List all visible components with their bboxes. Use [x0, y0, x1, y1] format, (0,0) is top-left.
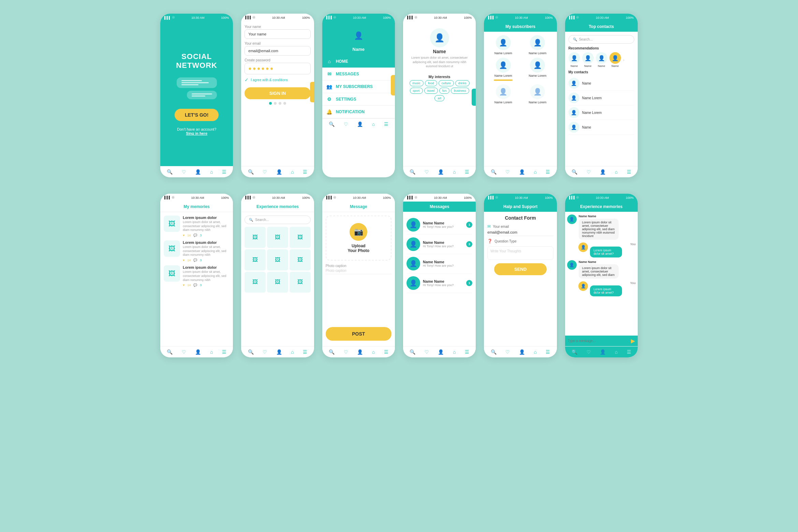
- nav-menu-2[interactable]: ☰: [303, 169, 307, 175]
- nav-home-1[interactable]: ⌂: [210, 169, 213, 175]
- nav-menu-3[interactable]: ☰: [384, 121, 388, 127]
- nav-home-2[interactable]: ⌂: [291, 169, 294, 175]
- nav-home-7[interactable]: ⌂: [210, 349, 213, 355]
- nav-menu-11[interactable]: ☰: [546, 349, 550, 355]
- thoughts-area[interactable]: Write Your Thoughts: [487, 246, 553, 260]
- phone5-header: My subscribers: [484, 21, 557, 32]
- chat-send-icon[interactable]: ▶: [631, 338, 635, 344]
- tag-travel[interactable]: travel: [424, 88, 438, 94]
- send-button[interactable]: SEND: [494, 263, 547, 275]
- nav-heart-5[interactable]: ♡: [505, 169, 510, 175]
- nav-heart-4[interactable]: ♡: [425, 169, 429, 175]
- nav-home-5[interactable]: ⌂: [534, 169, 536, 175]
- nav-search-10[interactable]: 🔍: [410, 349, 415, 355]
- chat-input[interactable]: [568, 339, 629, 343]
- nav-menu-5[interactable]: ☰: [546, 169, 550, 175]
- nav-profile-10[interactable]: 👤: [438, 349, 444, 355]
- nav-search-2[interactable]: 🔍: [248, 169, 254, 175]
- nav-profile-4[interactable]: 👤: [438, 169, 444, 175]
- nav-menu-6[interactable]: ☰: [627, 169, 631, 175]
- tag-sport[interactable]: sport: [410, 88, 423, 94]
- nav-profile-5[interactable]: 👤: [519, 169, 525, 175]
- signin-button[interactable]: SIGN IN: [245, 87, 310, 99]
- contact-2[interactable]: 👤 Name Lorem: [568, 91, 634, 105]
- lets-go-button[interactable]: LET'S GO!: [175, 109, 219, 121]
- nav-profile-8[interactable]: 👤: [276, 349, 282, 355]
- nav-search-5[interactable]: 🔍: [491, 169, 497, 175]
- contact-4[interactable]: 👤 Name: [568, 120, 634, 135]
- nav-heart-7[interactable]: ♡: [182, 349, 186, 355]
- menu-item-home[interactable]: ⌂ HOME: [322, 55, 395, 68]
- caption-input[interactable]: Photo caption: [326, 269, 391, 274]
- nav-heart-2[interactable]: ♡: [263, 169, 267, 175]
- tag-food[interactable]: food: [425, 80, 437, 86]
- nav-search-12[interactable]: 🔍: [572, 349, 577, 355]
- nav-home-10[interactable]: ⌂: [453, 349, 456, 355]
- nav-profile-12[interactable]: 👤: [600, 349, 606, 355]
- name-input[interactable]: [245, 29, 310, 39]
- nav-menu-4[interactable]: ☰: [465, 169, 469, 175]
- menu-item-subscribers[interactable]: 👥 MY SUBSCRIBERS: [322, 80, 395, 93]
- msg-item-1[interactable]: 👤 Name Name Hi Tony! How are you? 1: [407, 215, 472, 235]
- tag-fun[interactable]: fun: [439, 88, 450, 94]
- nav-home-8[interactable]: ⌂: [291, 349, 294, 355]
- signin-link[interactable]: Sing in here: [186, 131, 207, 135]
- nav-menu-12[interactable]: ☰: [627, 349, 631, 355]
- menu-item-notification[interactable]: 🔔 NOTIFICATION: [322, 106, 395, 118]
- tag-culture[interactable]: culture: [439, 80, 454, 86]
- nav-heart-9[interactable]: ♡: [344, 349, 348, 355]
- contact-3[interactable]: 👤 Name Lorem: [568, 105, 634, 120]
- email-input[interactable]: [245, 46, 310, 56]
- nav-heart-1[interactable]: ♡: [182, 169, 186, 175]
- tag-music[interactable]: music: [410, 80, 424, 86]
- tag-art[interactable]: art: [434, 95, 444, 101]
- menu-item-messages[interactable]: ✉ MESSAGES: [322, 68, 395, 80]
- password-input[interactable]: ●●●●●●: [245, 63, 310, 74]
- nav-heart-12[interactable]: ♡: [587, 349, 591, 355]
- nav-menu-1[interactable]: ☰: [222, 169, 226, 175]
- upload-area[interactable]: 📷 UploadYour Photo: [326, 216, 391, 261]
- nav-search-1[interactable]: 🔍: [167, 169, 173, 175]
- nav-home-12[interactable]: ⌂: [615, 349, 618, 355]
- nav-profile-3[interactable]: 👤: [357, 121, 363, 127]
- post-button[interactable]: POST: [326, 327, 391, 341]
- nav-home-4[interactable]: ⌂: [453, 169, 456, 175]
- nav-search-3[interactable]: 🔍: [329, 121, 335, 127]
- nav-search-9[interactable]: 🔍: [329, 349, 335, 355]
- tag-drinks[interactable]: drinks: [455, 80, 470, 86]
- nav-profile-1[interactable]: 👤: [195, 169, 201, 175]
- nav-search-7[interactable]: 🔍: [167, 349, 173, 355]
- nav-profile-9[interactable]: 👤: [357, 349, 363, 355]
- contact-1[interactable]: 👤 Name: [568, 76, 634, 91]
- nav-profile-11[interactable]: 👤: [519, 349, 525, 355]
- nav-home-9[interactable]: ⌂: [372, 349, 375, 355]
- nav-profile-7[interactable]: 👤: [195, 349, 201, 355]
- settings-icon: ⚙: [326, 97, 332, 102]
- search-box-6[interactable]: 🔍 Search...: [568, 35, 634, 44]
- search-box-8[interactable]: 🔍 Search...: [245, 216, 310, 224]
- nav-heart-10[interactable]: ♡: [425, 349, 429, 355]
- msg-item-2[interactable]: 👤 Name Name Hi Tony! How are you? 3: [407, 235, 472, 254]
- nav-search-11[interactable]: 🔍: [491, 349, 497, 355]
- menu-item-settings[interactable]: ⚙ SETTINGS: [322, 93, 395, 106]
- nav-home-6[interactable]: ⌂: [615, 169, 618, 175]
- nav-heart-11[interactable]: ♡: [505, 349, 510, 355]
- nav-menu-9[interactable]: ☰: [384, 349, 388, 355]
- nav-home-3[interactable]: ⌂: [372, 121, 375, 127]
- email-field-11: ✉ Your email email@email.com: [487, 224, 553, 236]
- nav-menu-7[interactable]: ☰: [222, 349, 226, 355]
- nav-home-11[interactable]: ⌂: [534, 349, 536, 355]
- msg-item-4[interactable]: 👤 Name Name Hi Tony! How are you? 1: [407, 274, 472, 293]
- nav-heart-3[interactable]: ♡: [344, 121, 348, 127]
- nav-profile-6[interactable]: 👤: [600, 169, 606, 175]
- msg-item-3[interactable]: 👤 Name Name Hi Tony! How are you?: [407, 254, 472, 274]
- tag-business[interactable]: business: [451, 88, 469, 94]
- nav-heart-6[interactable]: ♡: [587, 169, 591, 175]
- nav-search-4[interactable]: 🔍: [410, 169, 415, 175]
- nav-heart-8[interactable]: ♡: [263, 349, 267, 355]
- nav-profile-2[interactable]: 👤: [276, 169, 282, 175]
- nav-menu-8[interactable]: ☰: [303, 349, 307, 355]
- nav-menu-10[interactable]: ☰: [465, 349, 469, 355]
- nav-search-8[interactable]: 🔍: [248, 349, 254, 355]
- nav-search-6[interactable]: 🔍: [572, 169, 577, 175]
